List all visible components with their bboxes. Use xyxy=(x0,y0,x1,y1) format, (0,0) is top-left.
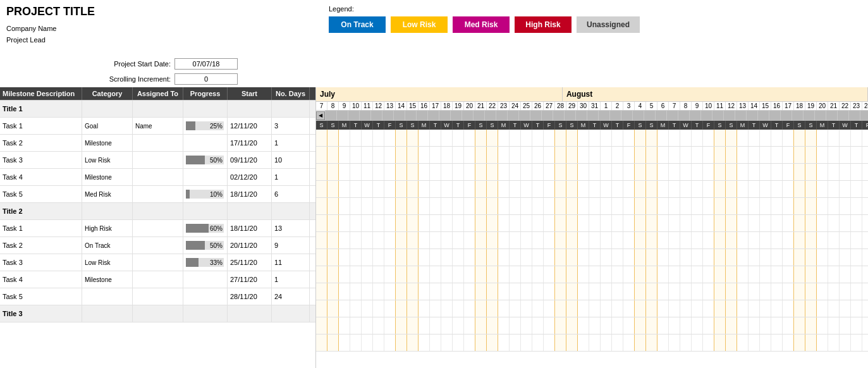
row-desc: Task 2 xyxy=(0,237,82,254)
gantt-cell xyxy=(566,215,578,231)
gantt-cell xyxy=(851,266,862,283)
gantt-cell xyxy=(771,266,783,283)
gantt-cell xyxy=(612,317,623,334)
gantt-cell xyxy=(419,249,430,266)
gantt-cell xyxy=(441,181,453,197)
dow-cell: S xyxy=(805,121,817,130)
gantt-cell xyxy=(669,232,680,248)
gantt-cell xyxy=(362,164,373,180)
gantt-cell xyxy=(384,300,396,317)
table-row: Task 3Low Risk33%25/11/2011 xyxy=(0,254,315,271)
day-number: 23 xyxy=(498,102,510,110)
gantt-cell xyxy=(623,232,635,248)
gantt-cell xyxy=(692,317,703,334)
gantt-cell xyxy=(783,215,794,231)
row-assign xyxy=(133,169,183,185)
gantt-cell xyxy=(783,300,794,317)
gantt-cell xyxy=(578,130,589,146)
gantt-cell xyxy=(749,266,760,283)
low-risk-button[interactable]: Low Risk xyxy=(391,16,448,33)
gantt-cell xyxy=(737,164,749,180)
dow-cell: T xyxy=(771,121,783,130)
gantt-cell xyxy=(760,317,771,334)
day-number: 3 xyxy=(623,102,635,110)
gantt-cell xyxy=(623,334,635,351)
gantt-cell xyxy=(680,232,692,248)
gantt-cell xyxy=(828,300,840,317)
on-track-button[interactable]: On Track xyxy=(329,16,386,33)
gantt-cell xyxy=(396,130,407,146)
gantt-cell xyxy=(703,181,714,197)
scroll-input[interactable] xyxy=(174,73,238,85)
gantt-cell xyxy=(555,215,566,231)
gantt-cell xyxy=(373,198,384,214)
gantt-cell xyxy=(817,249,828,266)
unassigned-button[interactable]: Unassigned xyxy=(577,16,640,33)
gantt-cell xyxy=(737,232,749,248)
day-numbers: 7891011121314151617181920212223242526272… xyxy=(316,102,868,111)
gantt-cell xyxy=(373,232,384,248)
dow-cell: W xyxy=(840,121,851,130)
gantt-cell xyxy=(783,181,794,197)
gantt-cell xyxy=(350,266,362,283)
gantt-cell xyxy=(760,334,771,351)
gantt-cell xyxy=(623,181,635,197)
med-risk-button[interactable]: Med Risk xyxy=(453,16,510,33)
start-date-input[interactable] xyxy=(174,58,238,70)
dow-cell: T xyxy=(532,121,544,130)
gantt-cell xyxy=(316,130,327,146)
scroll-left-button[interactable]: ◀ xyxy=(316,111,325,120)
gantt-cell xyxy=(862,334,868,351)
gantt-cell xyxy=(851,181,862,197)
gantt-cell xyxy=(498,164,510,180)
gantt-cell xyxy=(475,215,487,231)
gantt-cell xyxy=(327,300,339,317)
gantt-cell xyxy=(828,266,840,283)
gantt-cell xyxy=(475,147,487,163)
gantt-cell xyxy=(714,334,726,351)
gantt-cell xyxy=(373,147,384,163)
gantt-cell xyxy=(475,249,487,266)
row-days xyxy=(272,203,310,219)
gantt-cell xyxy=(680,147,692,163)
high-risk-button[interactable]: High Risk xyxy=(515,16,572,33)
gantt-cell xyxy=(578,317,589,334)
gantt-cell xyxy=(316,147,327,163)
gantt-cell xyxy=(623,249,635,266)
row-start xyxy=(228,101,272,117)
gantt-cell xyxy=(657,232,669,248)
gantt-scrollbar[interactable] xyxy=(325,111,868,121)
gantt-cell xyxy=(749,147,760,163)
gantt-cell xyxy=(464,147,475,163)
gantt-cell xyxy=(544,249,555,266)
gantt-cell xyxy=(601,130,612,146)
gantt-cell xyxy=(589,198,601,214)
legend-label: Legend: xyxy=(329,5,640,13)
gantt-cell xyxy=(544,164,555,180)
gantt-cell xyxy=(623,300,635,317)
gantt-cell xyxy=(475,334,487,351)
gantt-cell xyxy=(714,283,726,300)
gantt-cell xyxy=(669,147,680,163)
row-cat xyxy=(82,288,133,305)
gantt-cell xyxy=(714,147,726,163)
gantt-cell xyxy=(862,266,868,283)
gantt-cell xyxy=(453,317,464,334)
gantt-cell xyxy=(805,249,817,266)
day-number: 2 xyxy=(612,102,623,110)
row-cat: Goal xyxy=(82,118,133,134)
gantt-cell xyxy=(498,232,510,248)
gantt-cell xyxy=(646,130,657,146)
row-progress: 10% xyxy=(183,186,228,202)
gantt-cell xyxy=(680,198,692,214)
gantt-cell xyxy=(623,147,635,163)
gantt-cell xyxy=(327,215,339,231)
legend-section: Legend: On Track Low Risk Med Risk High … xyxy=(329,5,640,33)
gantt-cell xyxy=(635,317,646,334)
gantt-cell xyxy=(316,249,327,266)
gantt-cell xyxy=(327,130,339,146)
gantt-cell xyxy=(749,317,760,334)
gantt-cell xyxy=(771,215,783,231)
gantt-cell xyxy=(350,181,362,197)
gantt-cell xyxy=(498,249,510,266)
